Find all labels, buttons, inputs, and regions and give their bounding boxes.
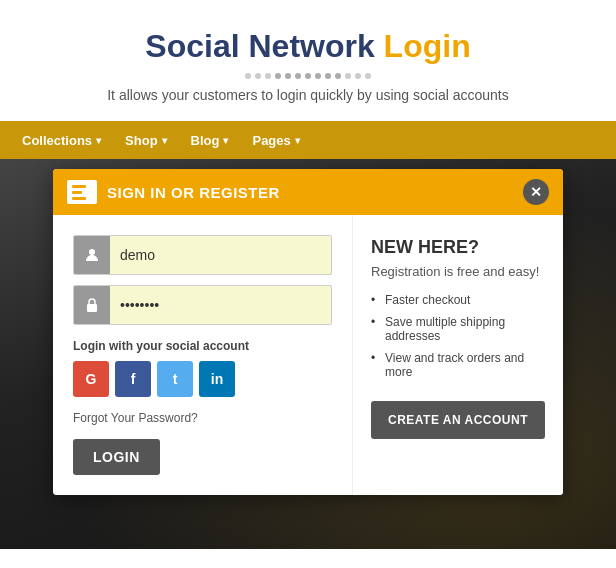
facebook-login-button[interactable]: f bbox=[115, 361, 151, 397]
nav-arrow-pages: ▾ bbox=[295, 135, 300, 146]
background-area: SIGN IN OR REGISTER ✕ bbox=[0, 159, 616, 549]
google-login-button[interactable]: G bbox=[73, 361, 109, 397]
password-input[interactable] bbox=[110, 289, 331, 321]
nav-item-pages[interactable]: Pages ▾ bbox=[240, 121, 311, 159]
login-modal: SIGN IN OR REGISTER ✕ bbox=[53, 169, 563, 495]
twitter-login-button[interactable]: t bbox=[157, 361, 193, 397]
decorative-dots bbox=[20, 73, 596, 79]
modal-header-left: SIGN IN OR REGISTER bbox=[67, 180, 280, 204]
page-title: Social Network Login bbox=[20, 28, 596, 65]
new-here-subtitle: Registration is free and easy! bbox=[371, 264, 545, 279]
svg-point-0 bbox=[89, 249, 95, 255]
modal-header: SIGN IN OR REGISTER ✕ bbox=[53, 169, 563, 215]
modal-icon bbox=[67, 180, 97, 204]
linkedin-login-button[interactable]: in bbox=[199, 361, 235, 397]
user-icon bbox=[74, 236, 110, 274]
navbar: Collections ▾ Shop ▾ Blog ▾ Pages ▾ bbox=[0, 121, 616, 159]
lock-icon bbox=[74, 286, 110, 324]
benefit-item-1: Faster checkout bbox=[371, 293, 545, 307]
nav-arrow-blog: ▾ bbox=[223, 135, 228, 146]
nav-item-blog[interactable]: Blog ▾ bbox=[179, 121, 241, 159]
benefit-item-2: Save multiple shipping addresses bbox=[371, 315, 545, 343]
nav-arrow-shop: ▾ bbox=[162, 135, 167, 146]
nav-item-shop[interactable]: Shop ▾ bbox=[113, 121, 179, 159]
modal-left-panel: Login with your social account G f t in … bbox=[53, 215, 353, 495]
social-buttons: G f t in bbox=[73, 361, 332, 397]
password-input-group bbox=[73, 285, 332, 325]
create-account-button[interactable]: CREATE AN ACCOUNT bbox=[371, 401, 545, 439]
nav-item-collections[interactable]: Collections ▾ bbox=[10, 121, 113, 159]
modal-title: SIGN IN OR REGISTER bbox=[107, 184, 280, 201]
svg-rect-1 bbox=[87, 304, 97, 312]
modal-close-button[interactable]: ✕ bbox=[523, 179, 549, 205]
login-button[interactable]: LOGIN bbox=[73, 439, 160, 475]
header-subtitle: It allows your customers to login quickl… bbox=[20, 87, 596, 103]
nav-arrow-collections: ▾ bbox=[96, 135, 101, 146]
username-input-group bbox=[73, 235, 332, 275]
modal-right-panel: NEW HERE? Registration is free and easy!… bbox=[353, 215, 563, 495]
header-section: Social Network Login It allows your cust… bbox=[0, 0, 616, 121]
social-label: Login with your social account bbox=[73, 339, 332, 353]
benefit-item-3: View and track orders and more bbox=[371, 351, 545, 379]
new-here-title: NEW HERE? bbox=[371, 237, 545, 258]
benefits-list: Faster checkout Save multiple shipping a… bbox=[371, 293, 545, 379]
forgot-password-link[interactable]: Forgot Your Password? bbox=[73, 411, 332, 425]
modal-body: Login with your social account G f t in … bbox=[53, 215, 563, 495]
username-input[interactable] bbox=[110, 239, 331, 271]
